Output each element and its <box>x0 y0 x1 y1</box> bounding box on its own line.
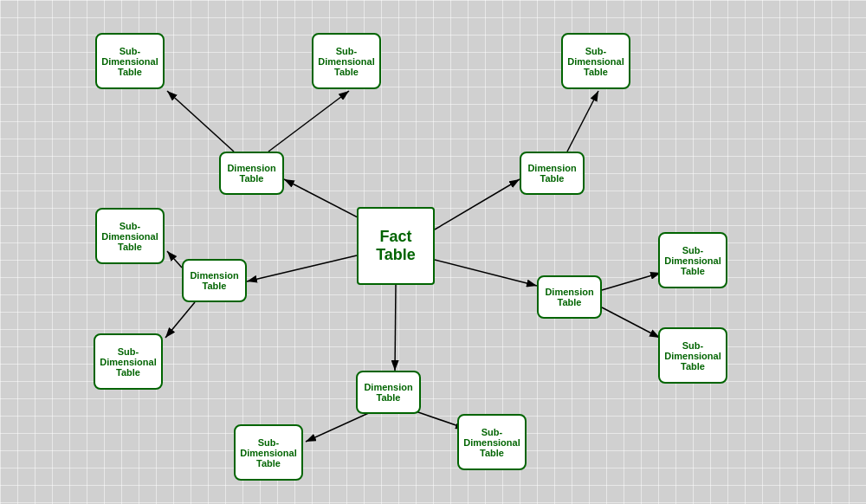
dim-table-2-label: DimensionTable <box>190 270 238 291</box>
sub-dimensional-table-4: Sub-DimensionalTable <box>94 333 163 390</box>
fact-table: FactTable <box>357 207 435 285</box>
sub-dimensional-table-3: Sub-DimensionalTable <box>95 208 165 264</box>
svg-line-7 <box>268 91 349 152</box>
sub-dim-table-9-label: Sub-DimensionalTable <box>463 427 520 458</box>
svg-line-2 <box>247 255 357 281</box>
dimension-table-1: DimensionTable <box>219 152 284 195</box>
svg-line-12 <box>602 307 660 338</box>
svg-line-11 <box>602 273 661 290</box>
dimension-table-3: DimensionTable <box>520 152 585 195</box>
svg-line-3 <box>435 179 520 229</box>
sub-dimensional-table-9: Sub-DimensionalTable <box>457 414 527 470</box>
sub-dim-table-5-label: Sub-DimensionalTable <box>567 46 624 77</box>
svg-line-9 <box>165 302 195 338</box>
sub-dimensional-table-2: Sub-DimensionalTable <box>312 33 381 89</box>
dim-table-5-label: DimensionTable <box>364 382 412 403</box>
svg-line-5 <box>395 285 396 371</box>
sub-dim-table-3-label: Sub-DimensionalTable <box>101 221 158 252</box>
fact-table-label: FactTable <box>376 228 416 264</box>
dim-table-1-label: DimensionTable <box>227 163 275 184</box>
sub-dimensional-table-6: Sub-DimensionalTable <box>658 232 727 288</box>
sub-dim-table-4-label: Sub-DimensionalTable <box>100 346 156 378</box>
sub-dim-table-7-label: Sub-DimensionalTable <box>664 340 721 372</box>
svg-line-4 <box>435 260 537 286</box>
sub-dimensional-table-5: Sub-DimensionalTable <box>561 33 630 89</box>
sub-dimensional-table-7: Sub-DimensionalTable <box>658 327 727 384</box>
sub-dim-table-6-label: Sub-DimensionalTable <box>664 245 721 276</box>
svg-line-13 <box>306 411 372 442</box>
sub-dimensional-table-1: Sub-DimensionalTable <box>95 33 165 89</box>
diagram-container: FactTable DimensionTable DimensionTable … <box>0 0 866 504</box>
svg-line-8 <box>167 251 182 268</box>
dimension-table-5: DimensionTable <box>356 371 421 414</box>
sub-dim-table-1-label: Sub-DimensionalTable <box>101 46 158 77</box>
dim-table-3-label: DimensionTable <box>527 163 576 184</box>
sub-dim-table-2-label: Sub-DimensionalTable <box>318 46 374 77</box>
svg-line-6 <box>167 91 234 152</box>
dimension-table-2: DimensionTable <box>182 259 247 302</box>
dim-table-4-label: DimensionTable <box>545 287 593 307</box>
dimension-table-4: DimensionTable <box>537 275 602 319</box>
svg-line-10 <box>567 91 598 152</box>
sub-dim-table-8-label: Sub-DimensionalTable <box>240 437 296 468</box>
sub-dimensional-table-8: Sub-DimensionalTable <box>234 424 303 481</box>
